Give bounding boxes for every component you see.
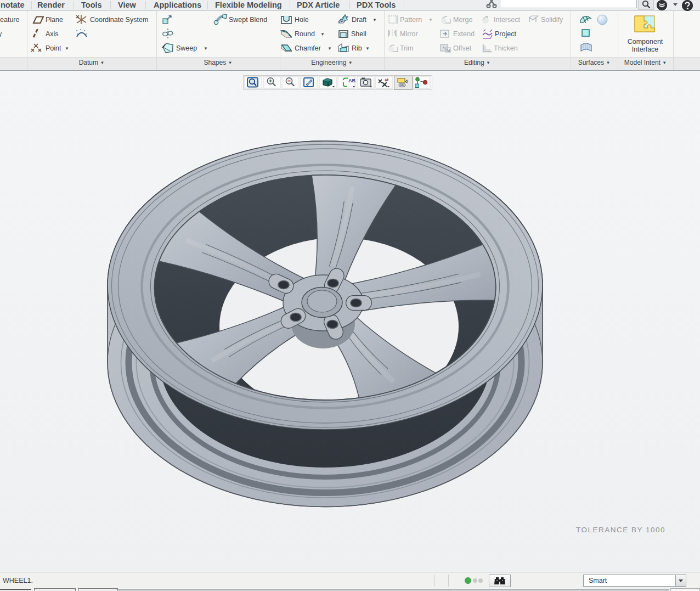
svg-text:AB: AB — [348, 78, 355, 83]
svg-text:z: z — [406, 79, 408, 84]
